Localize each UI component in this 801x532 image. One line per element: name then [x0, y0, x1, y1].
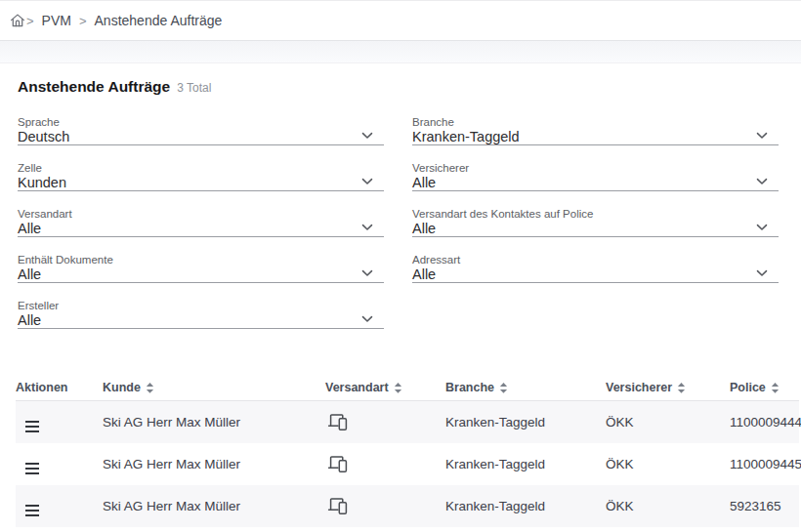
column-label: Versandart: [325, 381, 389, 394]
chevron-down-icon: [361, 178, 373, 185]
sort-icon: [771, 382, 780, 394]
filter-sprache: Sprache Deutsch: [18, 115, 384, 145]
select-value: Kunden: [18, 175, 66, 190]
column-header-branche[interactable]: Branche: [445, 381, 606, 394]
table-row: Ski AG Herr Max Müller Kranken-Taggeld Ö…: [16, 401, 799, 443]
actions-cell: [16, 495, 103, 518]
versicherer-cell: ÖKK: [606, 415, 730, 430]
filter-enthaelt-dokumente: Enthält Dokumente Alle: [18, 253, 384, 283]
filter-label-sprache: Sprache: [18, 115, 384, 129]
filter-label-versicherer: Versicherer: [412, 161, 779, 175]
filter-form: Sprache Deutsch Zelle Kunden V: [18, 115, 779, 345]
filter-label-branche: Branche: [412, 115, 779, 129]
filter-label-adressart: Adressart: [412, 253, 779, 266]
sort-icon: [677, 382, 686, 394]
column-label: Branche: [445, 381, 494, 394]
chevron-down-icon: [756, 178, 768, 185]
home-icon[interactable]: [9, 12, 26, 29]
title-row: Anstehende Aufträge 3 Total: [18, 78, 779, 96]
branche-cell: Kranken-Taggeld: [445, 415, 606, 430]
filter-column-right: Branche Kranken-Taggeld Versicherer Alle: [412, 115, 779, 345]
versandart-select[interactable]: Alle: [18, 221, 384, 237]
versandart-cell: [325, 453, 445, 476]
filter-label-enthaelt-dokumente: Enthält Dokumente: [18, 253, 384, 266]
devices-icon: [327, 495, 349, 515]
select-value: Alle: [18, 266, 41, 282]
filter-versandart-kontakt-police: Versandart des Kontaktes auf Police Alle: [412, 207, 779, 237]
zelle-select[interactable]: Kunden: [18, 175, 384, 191]
chevron-down-icon: [361, 132, 373, 140]
select-value: Alle: [18, 312, 41, 328]
filter-ersteller: Ersteller Alle: [18, 299, 384, 329]
menu-icon[interactable]: [23, 461, 41, 476]
column-header-versandart[interactable]: Versandart: [325, 381, 445, 394]
column-header-versicherer[interactable]: Versicherer: [606, 381, 730, 394]
table-row: Ski AG Herr Max Müller Kranken-Taggeld Ö…: [16, 443, 799, 485]
filter-column-left: Sprache Deutsch Zelle Kunden V: [18, 115, 384, 345]
filter-label-zelle: Zelle: [18, 161, 384, 175]
devices-icon: [327, 453, 349, 473]
filter-versicherer: Versicherer Alle: [412, 161, 779, 191]
chevron-down-icon: [756, 224, 768, 231]
chevron-down-icon: [756, 269, 768, 277]
versicherer-cell: ÖKK: [606, 457, 730, 471]
table-header-row: Aktionen Kunde Versandart Branche Versic…: [16, 375, 799, 401]
branche-select[interactable]: Kranken-Taggeld: [412, 129, 779, 145]
enthaelt-dokumente-select[interactable]: Alle: [18, 266, 384, 283]
filter-zelle: Zelle Kunden: [18, 161, 384, 191]
versicherer-cell: ÖKK: [606, 499, 730, 513]
adressart-select[interactable]: Alle: [412, 266, 779, 283]
sprache-select[interactable]: Deutsch: [18, 129, 384, 145]
actions-cell: [16, 411, 103, 434]
breadcrumb-separator: >: [26, 14, 34, 27]
breadcrumb-item-pvm[interactable]: PVM: [42, 13, 71, 28]
versandart-cell: [325, 411, 445, 434]
police-cell: 1100009444: [730, 415, 801, 430]
breadcrumb: > PVM > Anstehende Aufträge: [0, 0, 801, 41]
filter-label-versandart: Versandart: [18, 207, 384, 221]
breadcrumb-separator: >: [79, 14, 87, 27]
orders-table: Aktionen Kunde Versandart Branche Versic…: [16, 375, 799, 527]
ersteller-select[interactable]: Alle: [18, 312, 384, 329]
filter-adressart: Adressart Alle: [412, 253, 779, 283]
column-label: Police: [730, 381, 766, 394]
filter-label-versandart-kontakt-police: Versandart des Kontaktes auf Police: [412, 207, 779, 221]
select-value: Alle: [412, 221, 436, 236]
column-label: Aktionen: [16, 381, 67, 394]
column-header-kunde[interactable]: Kunde: [103, 381, 325, 394]
sort-icon: [146, 382, 154, 394]
chevron-down-icon: [756, 132, 768, 140]
kunde-cell: Ski AG Herr Max Müller: [103, 415, 325, 430]
select-value: Kranken-Taggeld: [412, 129, 520, 144]
column-label: Versicherer: [606, 381, 672, 394]
menu-icon[interactable]: [23, 503, 41, 518]
breadcrumb-item-current: Anstehende Aufträge: [95, 13, 223, 28]
versandart-kontakt-police-select[interactable]: Alle: [412, 221, 779, 237]
filter-label-ersteller: Ersteller: [18, 299, 384, 312]
versandart-cell: [325, 495, 445, 518]
versicherer-select[interactable]: Alle: [412, 175, 779, 191]
chevron-down-icon: [361, 224, 373, 231]
column-label: Kunde: [103, 381, 141, 394]
chevron-down-icon: [361, 269, 373, 277]
column-header-police[interactable]: Police: [730, 381, 799, 394]
select-value: Deutsch: [18, 129, 69, 144]
kunde-cell: Ski AG Herr Max Müller: [103, 499, 325, 513]
police-cell: 1100009445: [730, 457, 801, 471]
branche-cell: Kranken-Taggeld: [445, 457, 606, 471]
devices-icon: [327, 411, 349, 431]
actions-cell: [16, 453, 103, 476]
select-value: Alle: [412, 266, 436, 282]
sort-icon: [394, 382, 402, 394]
filter-branche: Branche Kranken-Taggeld: [412, 115, 779, 145]
page-band: [0, 41, 801, 63]
filter-versandart: Versandart Alle: [18, 207, 384, 237]
page-title: Anstehende Aufträge: [18, 78, 170, 96]
kunde-cell: Ski AG Herr Max Müller: [103, 457, 325, 471]
table-row: Ski AG Herr Max Müller Kranken-Taggeld Ö…: [16, 485, 799, 527]
menu-icon[interactable]: [23, 419, 41, 434]
chevron-down-icon: [361, 315, 373, 323]
column-header-aktionen: Aktionen: [16, 381, 103, 394]
total-count-badge: 3 Total: [177, 81, 211, 95]
select-value: Alle: [412, 175, 436, 190]
